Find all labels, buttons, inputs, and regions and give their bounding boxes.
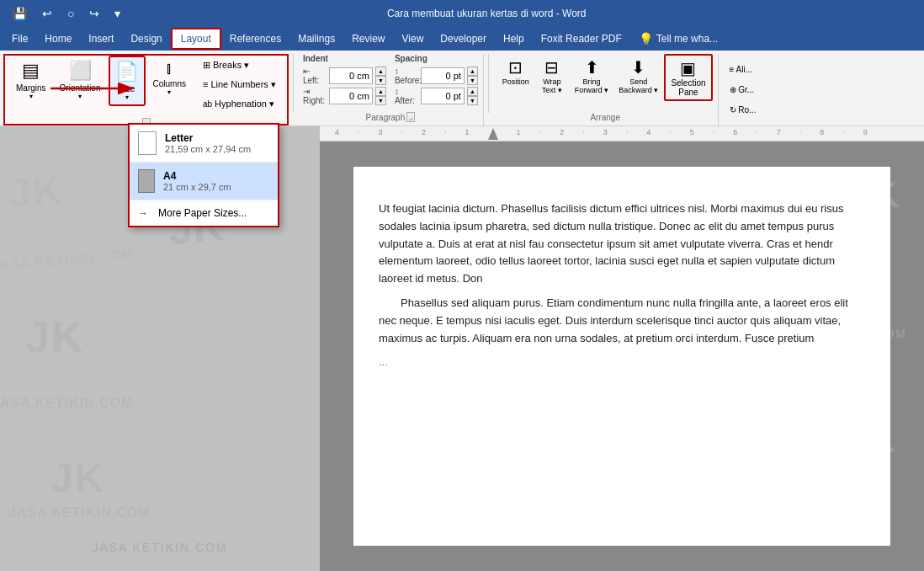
indent-col: Indent ⇤ Left: ▲ ▼ ⇥ Right: bbox=[303, 54, 386, 105]
menu-home[interactable]: Home bbox=[36, 29, 80, 48]
spacing-before-down[interactable]: ▼ bbox=[467, 76, 478, 85]
position-label: Position bbox=[502, 77, 529, 86]
spacing-after-input[interactable] bbox=[421, 88, 465, 104]
menu-tell-me[interactable]: 💡 Tell me wha... bbox=[630, 29, 726, 49]
indent-right-input[interactable] bbox=[329, 88, 373, 104]
menu-developer[interactable]: Developer bbox=[432, 29, 495, 48]
indent-right-spin: ▲ ▼ bbox=[375, 87, 386, 105]
indent-spacing: Indent ⇤ Left: ▲ ▼ ⇥ Right: bbox=[303, 54, 478, 105]
size-option-letter[interactable]: Letter 21,59 cm x 27,94 cm bbox=[130, 125, 278, 163]
wrap-text-icon: ⊟ bbox=[544, 57, 559, 77]
orientation-dropdown-icon: ▾ bbox=[78, 93, 82, 100]
menu-mailings[interactable]: Mailings bbox=[289, 29, 343, 48]
ribbon-group-page-setup: ▤ Margins ▾ ⬜ Orientation ▾ 📄 Size ▾ ⫿ C… bbox=[3, 54, 289, 125]
hyphenation-button[interactable]: ab Hyphenation ▾ bbox=[197, 94, 282, 113]
spacing-col: Spacing ↕ Before: ▲ ▼ ↕ After: bbox=[395, 54, 478, 105]
columns-button[interactable]: ⫿ Columns ▾ bbox=[147, 56, 192, 100]
more-sizes-arrow: → bbox=[138, 207, 148, 219]
watermark-jasa-1: JASA KETIKIN.COM bbox=[0, 247, 134, 275]
ribbon-divider-2 bbox=[488, 54, 489, 113]
line-numbers-button[interactable]: ≡ Line Numbers ▾ bbox=[197, 75, 282, 93]
size-dropdown-icon: ▾ bbox=[125, 93, 129, 101]
menu-review[interactable]: Review bbox=[343, 29, 393, 48]
watermark-jk-2: JK bbox=[25, 312, 84, 362]
send-backward-button[interactable]: ⬇ SendBackward ▾ bbox=[614, 54, 662, 98]
svg-marker-3 bbox=[488, 128, 498, 140]
right-panel: 4 · 3 · 2 · 1 1 · 2 · 3 · 4 · bbox=[320, 126, 924, 571]
breaks-button[interactable]: ⊞ Breaks ▾ bbox=[197, 56, 282, 74]
hyphenation-icon: ab bbox=[203, 99, 212, 109]
send-backward-label: SendBackward ▾ bbox=[619, 77, 658, 94]
indent-left-up[interactable]: ▲ bbox=[375, 67, 386, 76]
paragraph-3: ... bbox=[379, 354, 865, 371]
size-option-a4[interactable]: A4 21 cm x 29,7 cm bbox=[130, 163, 278, 200]
margins-button[interactable]: ▤ Margins ▾ bbox=[10, 56, 52, 104]
align-button[interactable]: ≡ Ali... bbox=[724, 61, 762, 79]
size-icon: 📄 bbox=[115, 61, 138, 83]
group-button[interactable]: ⊕ Gr... bbox=[724, 81, 762, 99]
spacing-after-down[interactable]: ▼ bbox=[467, 96, 478, 105]
bring-forward-label: BringForward ▾ bbox=[575, 77, 609, 94]
selection-pane-button[interactable]: ▣ SelectionPane bbox=[664, 54, 712, 101]
wrap-text-label: WrapText ▾ bbox=[542, 77, 562, 94]
indent-left-down[interactable]: ▼ bbox=[375, 76, 386, 85]
spacing-after-up[interactable]: ▲ bbox=[467, 87, 478, 96]
more-sizes-label: More Paper Sizes... bbox=[158, 207, 247, 219]
letter-size-text: Letter 21,59 cm x 27,94 cm bbox=[165, 132, 251, 154]
menu-foxit[interactable]: Foxit Reader PDF bbox=[533, 29, 630, 48]
page-wrapper: JK JASA KETIKIN.COM JK Ut feugiat lacini… bbox=[320, 141, 924, 571]
expand-paragraph-icon[interactable]: ⌟ bbox=[406, 112, 415, 122]
menu-layout[interactable]: Layout bbox=[171, 28, 221, 50]
spacing-label: Spacing bbox=[395, 54, 478, 63]
ribbon-divider-1 bbox=[293, 54, 294, 113]
size-button[interactable]: 📄 Size ▾ bbox=[109, 56, 146, 106]
spacing-after-spin: ▲ ▼ bbox=[467, 87, 478, 105]
paragraph-1: Ut feugiat lacinia dictum. Phasellus fac… bbox=[379, 200, 865, 288]
window-title: Cara membuat ukuran kertas di word - Wor… bbox=[125, 8, 848, 19]
selection-pane-label: SelectionPane bbox=[671, 78, 705, 97]
size-dropdown: Letter 21,59 cm x 27,94 cm A4 21 cm x 29… bbox=[128, 123, 279, 227]
position-button[interactable]: ⊡ Position bbox=[498, 54, 534, 89]
watermark-jasa-3: JASA KETIKIN.COM bbox=[8, 505, 150, 520]
dropdown-button[interactable]: ▾ bbox=[110, 5, 125, 22]
spacing-before-row: ↕ Before: ▲ ▼ bbox=[395, 67, 478, 85]
spacing-before-up[interactable]: ▲ bbox=[467, 67, 478, 76]
indent-right-up[interactable]: ▲ bbox=[375, 87, 386, 96]
arrange-buttons: ⊡ Position ⊟ WrapText ▾ ⬆ BringForward ▾… bbox=[498, 54, 713, 109]
spacing-before-input[interactable] bbox=[421, 67, 465, 84]
menu-insert[interactable]: Insert bbox=[80, 29, 122, 48]
ribbon-group-paragraph: Indent ⇤ Left: ▲ ▼ ⇥ Right: bbox=[298, 54, 484, 125]
save-button[interactable]: 💾 bbox=[8, 5, 31, 22]
circle-button[interactable]: ○ bbox=[63, 5, 78, 22]
selection-pane-icon: ▣ bbox=[680, 58, 696, 78]
wrap-text-button[interactable]: ⊟ WrapText ▾ bbox=[535, 54, 569, 98]
menu-help[interactable]: Help bbox=[495, 29, 533, 48]
indent-right-down[interactable]: ▼ bbox=[375, 96, 386, 105]
breaks-icon: ⊞ bbox=[203, 60, 210, 71]
menu-references[interactable]: References bbox=[221, 29, 289, 48]
bring-forward-icon: ⬆ bbox=[585, 57, 599, 77]
rotate-button[interactable]: ↻ Ro... bbox=[724, 101, 762, 120]
ribbon-group-arrange: ⊡ Position ⊟ WrapText ▾ ⬆ BringForward ▾… bbox=[493, 54, 719, 125]
spacing-after-label: ↕ After: bbox=[395, 87, 418, 105]
menu-design[interactable]: Design bbox=[122, 29, 170, 48]
orientation-button[interactable]: ⬜ Orientation ▾ bbox=[54, 56, 107, 104]
indent-left-input[interactable] bbox=[329, 67, 373, 84]
orientation-icon: ⬜ bbox=[69, 60, 92, 82]
undo-button[interactable]: ↩ bbox=[38, 5, 56, 22]
ruler-marks: 4 · 3 · 2 · 1 1 · 2 · 3 · 4 · bbox=[328, 128, 868, 140]
more-paper-sizes-button[interactable]: → More Paper Sizes... bbox=[130, 200, 278, 226]
redo-button[interactable]: ↪ bbox=[85, 5, 104, 22]
menu-file[interactable]: File bbox=[3, 29, 36, 48]
spacing-before-label: ↕ Before: bbox=[395, 67, 418, 85]
paragraph-buttons: Indent ⇤ Left: ▲ ▼ ⇥ Right: bbox=[303, 54, 478, 109]
margins-dropdown-icon: ▾ bbox=[29, 93, 33, 100]
ruler-origin-icon bbox=[488, 128, 498, 140]
menu-view[interactable]: View bbox=[394, 29, 433, 48]
bring-forward-button[interactable]: ⬆ BringForward ▾ bbox=[571, 54, 613, 98]
watermark-jk-3: JK bbox=[50, 455, 105, 501]
extra-arrange-buttons: ≡ Ali... ⊕ Gr... ↻ Ro... bbox=[720, 54, 766, 125]
indent-left-label: ⇤ Left: bbox=[303, 67, 327, 85]
document-text: Ut feugiat lacinia dictum. Phasellus fac… bbox=[379, 200, 865, 371]
arrange-group-label: Arrange bbox=[590, 109, 620, 122]
